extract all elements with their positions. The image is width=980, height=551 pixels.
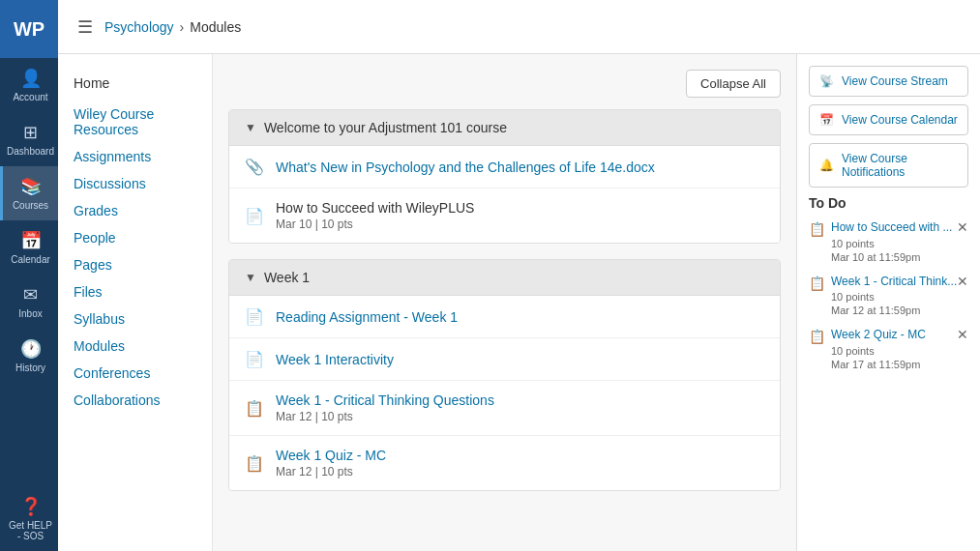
content-area: Home Wiley Course Resources Assignments … [58, 54, 980, 551]
todo-close-2[interactable]: ✕ [957, 275, 968, 288]
module-item-howto-content: How to Succeed with WileyPLUS Mar 10 | 1… [276, 200, 764, 231]
calendar-btn-icon: 📅 [819, 113, 834, 127]
course-nav-wiley[interactable]: Wiley Course Resources [58, 101, 212, 143]
todo-item-1-points: 10 points [831, 238, 968, 249]
sidebar-item-label: History [15, 362, 45, 373]
calendar-icon: 📅 [20, 230, 42, 251]
inbox-icon: ✉ [23, 284, 38, 305]
course-nav-pages[interactable]: Pages [58, 251, 212, 278]
todo-item-2-date: Mar 12 at 11:59pm [831, 304, 968, 316]
sidebar-item-help[interactable]: ❓ Get HELP - SOS [0, 486, 58, 551]
todo-close-1[interactable]: ✕ [957, 220, 968, 234]
module-item-docx-content: What's New in Psychology and the Challen… [276, 160, 764, 175]
breadcrumb-course[interactable]: Psychology [104, 19, 174, 35]
sidebar-item-courses[interactable]: 📚 Courses [0, 166, 58, 220]
view-course-stream-button[interactable]: 📡 View Course Stream [809, 66, 968, 97]
sidebar-item-account[interactable]: 👤 Account [0, 58, 58, 112]
account-icon: 👤 [20, 68, 42, 89]
calendar-label: View Course Calendar [842, 113, 958, 127]
stream-label: View Course Stream [842, 74, 948, 88]
todo-icon-2: 📋 [809, 276, 825, 291]
history-icon: 🕐 [20, 338, 42, 360]
module-item-critical-meta: Mar 12 | 10 pts [276, 410, 764, 423]
sidebar-item-label: Dashboard [7, 146, 54, 157]
module-item-critical: 📋 Week 1 - Critical Thinking Questions M… [229, 381, 780, 436]
module-item-interactivity-content: Week 1 Interactivity [276, 352, 764, 367]
module-week1-title: Week 1 [264, 270, 310, 285]
sidebar-item-calendar[interactable]: 📅 Calendar [0, 220, 58, 275]
todo-item-1-content: How to Succeed with ... 10 points Mar 10… [831, 220, 968, 263]
module-welcome: ▼ Welcome to your Adjustment 101 course … [228, 109, 781, 244]
module-item-howto: 📄 How to Succeed with WileyPLUS Mar 10 |… [229, 188, 780, 243]
todo-item-1-date: Mar 10 at 11:59pm [831, 251, 968, 263]
module-item-howto-meta: Mar 10 | 10 pts [276, 218, 764, 231]
courses-icon: 📚 [20, 176, 42, 197]
sidebar-item-label: Account [13, 92, 47, 102]
interactivity-icon: 📄 [245, 350, 264, 368]
collapse-all-button[interactable]: Collapse All [686, 70, 781, 98]
breadcrumb-current: Modules [190, 19, 241, 35]
module-toggle-arrow: ▼ [245, 121, 256, 134]
sidebar-item-inbox[interactable]: ✉ Inbox [0, 275, 58, 329]
app-logo[interactable]: WP [0, 0, 58, 58]
todo-section: To Do 📋 How to Succeed with ... 10 point… [809, 195, 968, 370]
course-nav-home[interactable]: Home [58, 70, 212, 97]
reading-icon: 📄 [245, 307, 264, 326]
sidebar-item-label: Courses [13, 200, 48, 211]
todo-title: To Do [809, 195, 968, 211]
course-nav-collaborations[interactable]: Collaborations [58, 387, 212, 414]
module-welcome-title: Welcome to your Adjustment 101 course [264, 120, 507, 135]
module-item-quiz-title[interactable]: Week 1 Quiz - MC [276, 448, 386, 463]
module-item-interactivity: 📄 Week 1 Interactivity [229, 338, 780, 381]
module-item-docx-title[interactable]: What's New in Psychology and the Challen… [276, 160, 655, 175]
modules-toolbar: Collapse All [228, 70, 781, 98]
module-item-reading: 📄 Reading Assignment - Week 1 [229, 296, 780, 338]
notifications-icon: 🔔 [819, 159, 834, 172]
main-container: ☰ Psychology › Modules Home Wiley Course… [58, 0, 980, 551]
todo-item-3: 📋 Week 2 Quiz - MC 10 points Mar 17 at 1… [809, 328, 968, 370]
sidebar-item-dashboard[interactable]: ⊞ Dashboard [0, 112, 58, 166]
paperclip-icon: 📎 [245, 158, 264, 176]
sidebar-item-history[interactable]: 🕐 History [0, 329, 58, 383]
help-icon: ❓ [20, 496, 42, 517]
course-nav-syllabus[interactable]: Syllabus [58, 305, 212, 333]
view-course-notifications-button[interactable]: 🔔 View Course Notifications [809, 143, 968, 188]
breadcrumb: Psychology › Modules [104, 19, 241, 35]
module-welcome-header[interactable]: ▼ Welcome to your Adjustment 101 course [229, 110, 780, 145]
sidebar-item-label: Calendar [11, 254, 50, 265]
module-item-interactivity-title[interactable]: Week 1 Interactivity [276, 352, 394, 367]
todo-item-3-content: Week 2 Quiz - MC 10 points Mar 17 at 11:… [831, 328, 968, 370]
hamburger-menu[interactable]: ☰ [74, 13, 97, 42]
module-item-critical-title[interactable]: Week 1 - Critical Thinking Questions [276, 392, 494, 408]
todo-icon-1: 📋 [809, 221, 825, 237]
course-nav-assignments[interactable]: Assignments [58, 143, 212, 170]
todo-item-3-points: 10 points [831, 345, 968, 357]
assignment-icon: 📄 [245, 207, 264, 225]
course-nav-grades[interactable]: Grades [58, 197, 212, 224]
module-item-quiz-content: Week 1 Quiz - MC Mar 12 | 10 pts [276, 448, 764, 478]
todo-item-2-title[interactable]: Week 1 - Critical Think... [831, 275, 968, 290]
course-nav-modules[interactable]: Modules [58, 333, 212, 360]
module-week1: ▼ Week 1 📄 Reading Assignment - Week 1 📄… [228, 259, 781, 491]
notifications-label: View Course Notifications [842, 152, 958, 179]
course-nav-discussions[interactable]: Discussions [58, 170, 212, 197]
module-week1-header[interactable]: ▼ Week 1 [229, 260, 780, 295]
todo-item-2-content: Week 1 - Critical Think... 10 points Mar… [831, 275, 968, 317]
module-item-reading-title[interactable]: Reading Assignment - Week 1 [276, 309, 458, 325]
module-item-reading-content: Reading Assignment - Week 1 [276, 309, 764, 325]
critical-icon: 📋 [245, 399, 264, 418]
course-nav-conferences[interactable]: Conferences [58, 360, 212, 387]
topbar: ☰ Psychology › Modules [58, 0, 980, 54]
todo-item-1-title[interactable]: How to Succeed with ... [831, 220, 968, 236]
breadcrumb-separator: › [180, 19, 185, 35]
todo-close-3[interactable]: ✕ [957, 328, 968, 341]
view-course-calendar-button[interactable]: 📅 View Course Calendar [809, 104, 968, 135]
course-nav-files[interactable]: Files [58, 278, 212, 305]
course-nav-people[interactable]: People [58, 224, 212, 251]
stream-icon: 📡 [819, 74, 834, 88]
quiz-icon: 📋 [245, 454, 264, 473]
todo-item-2-points: 10 points [831, 291, 968, 303]
dashboard-icon: ⊞ [23, 122, 38, 143]
todo-item-3-date: Mar 17 at 11:59pm [831, 359, 968, 370]
todo-item-3-title[interactable]: Week 2 Quiz - MC [831, 328, 968, 343]
